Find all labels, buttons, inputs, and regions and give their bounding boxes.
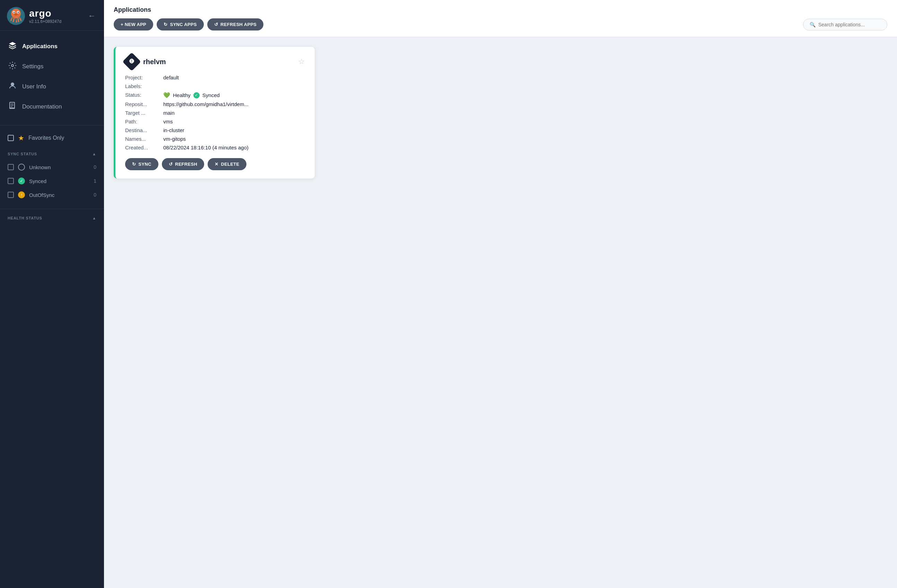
refresh-apps-button[interactable]: ↺ REFRESH APPS (207, 18, 264, 31)
created-label: Created... (125, 145, 163, 150)
sidebar-item-documentation-label: Documentation (22, 103, 62, 110)
sidebar-item-applications-label: Applications (22, 43, 58, 50)
logo-avatar (7, 7, 25, 25)
repository-label: Reposit... (125, 101, 163, 107)
app-title-area: rhelvm (125, 55, 166, 68)
favorites-filter[interactable]: ★ Favorites Only (8, 134, 96, 142)
favorites-section: ★ Favorites Only (0, 128, 104, 148)
sync-check-icon: ✓ (193, 92, 200, 98)
sync-text: Synced (202, 92, 220, 98)
path-value: vms (163, 119, 305, 124)
svg-rect-12 (9, 108, 15, 109)
labels-value (163, 83, 305, 89)
sidebar-item-documentation[interactable]: Documentation (0, 97, 104, 117)
favorites-checkbox[interactable] (8, 135, 14, 141)
destination-value: in-cluster (163, 127, 305, 133)
argo-logo-icon (7, 7, 24, 24)
svg-rect-9 (11, 104, 14, 104)
svg-point-6 (11, 64, 14, 67)
card-sync-icon: ↻ (132, 162, 136, 167)
health-status-heading: HEALTH STATUS (8, 216, 42, 220)
health-status-header[interactable]: HEALTH STATUS ▲ (8, 216, 96, 220)
svg-rect-10 (11, 105, 14, 106)
synced-checkbox[interactable] (8, 178, 14, 184)
new-app-button[interactable]: + NEW APP (114, 18, 153, 31)
brand-info: argo v2.11.6+089247d (29, 8, 83, 24)
card-actions: ↻ SYNC ↺ REFRESH ✕ DELETE (125, 158, 305, 170)
brand-name: argo (29, 8, 83, 19)
sync-status-heading: SYNC STATUS (8, 152, 37, 156)
sidebar-item-user-info[interactable]: User Info (0, 77, 104, 97)
svg-point-5 (14, 14, 18, 15)
svg-point-7 (11, 83, 14, 86)
sidebar-item-applications[interactable]: Applications (0, 37, 104, 57)
git-logo-icon (129, 58, 135, 66)
sidebar-divider-1 (0, 125, 104, 126)
sync-apps-button[interactable]: ↻ SYNC STATUS SYNC APPS (157, 18, 204, 31)
status-label: Status: (125, 92, 163, 98)
layers-icon (8, 41, 17, 52)
sidebar-item-user-info-label: User Info (22, 83, 46, 90)
target-value: main (163, 110, 305, 116)
search-input[interactable] (818, 22, 881, 28)
card-delete-icon: ✕ (214, 162, 218, 167)
sidebar: argo v2.11.6+089247d ← Applications (0, 0, 104, 588)
card-sync-label: SYNC (138, 162, 151, 167)
namespace-label: Names... (125, 136, 163, 142)
page-title: Applications (114, 6, 887, 14)
card-refresh-icon: ↺ (169, 162, 173, 167)
target-label: Target ... (125, 110, 163, 116)
app-favorite-button[interactable]: ☆ (298, 57, 305, 66)
outofsync-status-icon: ↑ (18, 191, 25, 198)
unknown-count: 0 (93, 164, 96, 170)
health-status-section: HEALTH STATUS ▲ (0, 212, 104, 228)
synced-label: Synced (29, 178, 46, 184)
repository-value: https://github.com/gmidha1/virtdem... (163, 101, 305, 107)
favorites-star-icon: ★ (18, 134, 24, 142)
main-content: Applications + NEW APP ↻ SYNC STATUS SYN… (104, 0, 897, 588)
path-label: Path: (125, 119, 163, 124)
app-name: rhelvm (143, 58, 166, 66)
git-icon (122, 52, 141, 71)
book-icon (8, 102, 17, 112)
synced-status-icon: ✓ (18, 178, 25, 184)
unknown-status-icon (18, 164, 25, 171)
sync-status-unknown[interactable]: Unknown 0 (8, 160, 96, 174)
back-button[interactable]: ← (87, 10, 97, 22)
sidebar-header: argo v2.11.6+089247d ← (0, 0, 104, 31)
sync-apps-icon: ↻ (164, 22, 167, 27)
sync-status-synced[interactable]: ✓ Synced 1 (8, 174, 96, 188)
card-delete-button[interactable]: ✕ DELETE (208, 158, 246, 170)
app-details: Project: default Labels: Status: 💚 Healt… (125, 75, 305, 150)
unknown-label: Unknown (29, 164, 51, 170)
card-sync-button[interactable]: ↻ SYNC (125, 158, 158, 170)
search-box[interactable]: 🔍 (803, 19, 887, 31)
brand-version: v2.11.6+089247d (29, 19, 83, 24)
favorites-label-text: Favorites Only (28, 135, 64, 141)
sidebar-item-settings-label: Settings (22, 63, 43, 70)
outofsync-count: 0 (93, 192, 96, 198)
gear-icon (8, 61, 17, 72)
sidebar-nav: Applications Settings User Info (0, 31, 104, 122)
refresh-apps-icon: ↺ (214, 22, 218, 27)
project-label: Project: (125, 75, 163, 80)
sync-status-section: SYNC STATUS ▲ Unknown 0 ✓ Synced 1 ↑ Out… (0, 148, 104, 206)
main-body: rhelvm ☆ Project: default Labels: Status… (104, 37, 897, 588)
status-value: 💚 Healthy ✓ Synced (163, 92, 305, 98)
sync-status-header[interactable]: SYNC STATUS ▲ (8, 152, 96, 156)
toolbar: + NEW APP ↻ SYNC STATUS SYNC APPS ↺ REFR… (114, 18, 887, 37)
outofsync-label: OutOfSync (29, 192, 54, 198)
health-heart-icon: 💚 (163, 92, 170, 98)
main-header: Applications + NEW APP ↻ SYNC STATUS SYN… (104, 0, 897, 37)
project-value: default (163, 75, 305, 80)
app-card-header: rhelvm ☆ (125, 55, 305, 68)
health-text: Healthy (173, 92, 191, 98)
app-card-rhelvm: rhelvm ☆ Project: default Labels: Status… (114, 47, 315, 179)
unknown-checkbox[interactable] (8, 164, 14, 170)
labels-label: Labels: (125, 83, 163, 89)
card-refresh-button[interactable]: ↺ REFRESH (162, 158, 205, 170)
card-delete-label: DELETE (221, 162, 239, 167)
sidebar-item-settings[interactable]: Settings (0, 57, 104, 77)
outofsync-checkbox[interactable] (8, 192, 14, 198)
sync-status-outofsync[interactable]: ↑ OutOfSync 0 (8, 188, 96, 202)
